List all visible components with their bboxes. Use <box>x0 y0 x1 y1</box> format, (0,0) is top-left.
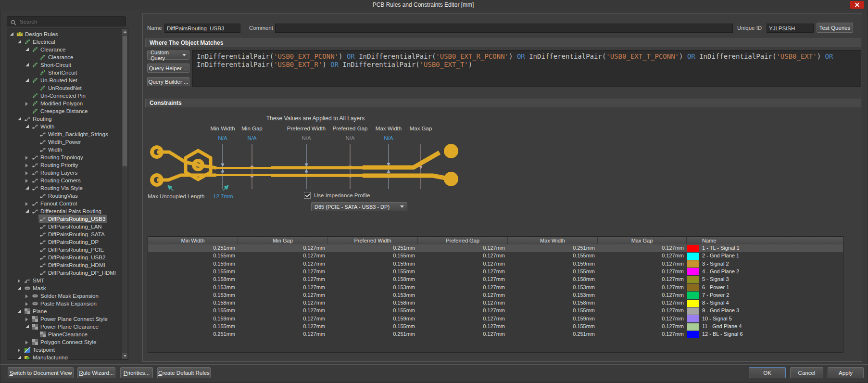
tree-item-routingvias[interactable]: RoutingVias <box>7 192 128 200</box>
tree-item-modified-polygon[interactable]: Modified Polygon <box>7 100 128 107</box>
expand-arrow[interactable] <box>25 179 28 183</box>
expand-arrow[interactable] <box>25 156 28 160</box>
expand-arrow[interactable] <box>25 294 28 298</box>
tree-item-plane[interactable]: Plane <box>7 307 128 315</box>
tree-item-diffpairsrouting-lan[interactable]: DiffPairsRouting_LAN <box>7 223 128 230</box>
max-uncoupled-length-value[interactable]: 12.7mm <box>213 193 233 199</box>
query-helper-button[interactable]: Query Helper ... <box>147 64 189 73</box>
table-row[interactable]: 0.159mm0.127mm0.159mm0.127mm0.159mm0.127… <box>148 315 843 323</box>
tree-item-design-rules[interactable]: Design Rules <box>7 30 128 38</box>
tree-item-routing-layers[interactable]: Routing Layers <box>7 169 128 177</box>
expand-arrow[interactable] <box>18 356 21 359</box>
expand-arrow[interactable] <box>25 164 28 167</box>
expand-arrow[interactable] <box>18 286 21 290</box>
rule-wizard-button[interactable]: Rule Wizard... <box>77 367 115 378</box>
expand-arrow[interactable] <box>10 32 13 36</box>
tree-item-mask[interactable]: Mask <box>7 284 128 292</box>
switch-to-document-view-button[interactable]: Switch to Document View <box>8 367 74 378</box>
tree-item-width[interactable]: Width <box>7 146 128 153</box>
tree-item-diffpairsrouting-sata[interactable]: DiffPairsRouting_SATA <box>7 230 128 238</box>
expand-arrow[interactable] <box>25 325 29 328</box>
expand-arrow[interactable] <box>25 318 28 321</box>
tree-item-polygon-connect-style[interactable]: Polygon Connect Style <box>7 338 128 346</box>
table-row[interactable]: 0.155mm0.127mm0.155mm0.127mm0.155mm0.127… <box>148 323 843 331</box>
expand-arrow[interactable] <box>18 40 21 43</box>
column-header-max-gap[interactable]: Max Gap <box>598 237 687 244</box>
tree-scrollbar[interactable] <box>122 29 127 359</box>
expand-arrow[interactable] <box>25 102 28 106</box>
column-header-name[interactable]: Name <box>687 237 843 244</box>
tree-item-testpoint[interactable]: Testpoint <box>7 346 128 354</box>
dimension-value[interactable]: N/A <box>302 135 311 141</box>
tree-item-diffpairsrouting-pcie[interactable]: DiffPairsRouting_PCIE <box>7 246 128 254</box>
tree-item-diffpairsrouting-usb3[interactable]: DiffPairsRouting_USB3 <box>7 215 128 223</box>
tree-item-paste-mask-expansion[interactable]: Paste Mask Expansion <box>7 300 128 307</box>
expand-arrow[interactable] <box>25 48 29 51</box>
tree-item-differential-pairs-routing[interactable]: Differential Pairs Routing <box>7 207 128 215</box>
tree-item-diffpairsrouting-dp-hdmi[interactable]: DiffPairsRouting_DP_HDMI <box>7 269 128 277</box>
tree-item-clearance[interactable]: Clearance <box>7 53 128 61</box>
expand-arrow[interactable] <box>25 171 28 175</box>
tree-item-routing-corners[interactable]: Routing Corners <box>7 177 128 184</box>
tree-item-diffpairsrouting-dp[interactable]: DiffPairsRouting_DP <box>7 238 128 246</box>
dimension-value[interactable]: N/A <box>384 135 393 141</box>
tree-item-routing-priority[interactable]: Routing Priority <box>7 161 128 169</box>
use-impedance-profile-checkbox[interactable] <box>304 192 311 199</box>
dimension-value[interactable]: N/A <box>218 135 227 141</box>
tree-item-smt[interactable]: SMT <box>7 277 128 284</box>
search-input[interactable] <box>19 18 117 25</box>
tree-item-un-routed-net[interactable]: Un-Routed Net <box>7 77 128 84</box>
tree-item-solder-mask-expansion[interactable]: Solder Mask Expansion <box>7 292 128 300</box>
tree-item-width[interactable]: Width <box>7 123 128 130</box>
expand-arrow[interactable] <box>25 341 28 345</box>
expand-arrow[interactable] <box>18 348 20 352</box>
cancel-button[interactable]: Cancel <box>790 367 823 378</box>
tree-item-electrical[interactable]: Electrical <box>7 38 128 46</box>
tree-item-short-circuit[interactable]: Short-Circuit <box>7 61 128 69</box>
expand-arrow[interactable] <box>25 78 29 82</box>
test-queries-button[interactable]: Test Queries <box>817 23 853 33</box>
scroll-down-icon[interactable] <box>122 353 127 359</box>
apply-button[interactable]: Apply <box>828 367 864 378</box>
tree-item-unroutednet[interactable]: UnRoutedNet <box>7 84 128 92</box>
table-row[interactable]: 0.155mm0.127mm0.155mm0.127mm0.155mm0.127… <box>148 252 843 260</box>
tree-item-diffpairsrouting-usb2[interactable]: DiffPairsRouting_USB2 <box>7 254 128 261</box>
table-row[interactable]: 0.159mm0.127mm0.159mm0.127mm0.159mm0.127… <box>148 260 843 268</box>
table-row[interactable]: 0.251mm0.127mm0.251mm0.127mm0.251mm0.127… <box>148 331 843 338</box>
tree-item-shortcircuit[interactable]: ShortCircuit <box>7 69 128 77</box>
tree-item-power-plane-connect-style[interactable]: Power Plane Connect Style <box>7 315 128 323</box>
tree-item-routing[interactable]: Routing <box>7 115 128 123</box>
query-type-dropdown[interactable]: Custom Query <box>147 51 189 60</box>
table-row[interactable]: 0.158mm0.127mm0.158mm0.127mm0.158mm0.127… <box>148 299 843 307</box>
tree-item-width-power[interactable]: Width_Power <box>7 138 128 146</box>
comment-input[interactable] <box>275 24 733 33</box>
column-header-preferred-gap[interactable]: Preferred Gap <box>418 237 508 244</box>
expand-arrow[interactable] <box>18 117 21 120</box>
tree-item-fanout-control[interactable]: Fanout Control <box>7 200 128 207</box>
tree-item-diffpairsrouting-hdmi[interactable]: DiffPairsRouting_HDMI <box>7 261 128 269</box>
table-row[interactable]: 0.155mm0.127mm0.155mm0.127mm0.155mm0.127… <box>148 268 843 276</box>
expand-arrow[interactable] <box>25 186 29 190</box>
tree-item-routing-via-style[interactable]: Routing Via Style <box>7 184 128 192</box>
expand-arrow[interactable] <box>25 302 28 306</box>
unique-id-input[interactable] <box>767 24 814 33</box>
priorities-button[interactable]: Priorities... <box>120 367 153 378</box>
expand-arrow[interactable] <box>18 309 21 313</box>
dimension-value[interactable]: N/A <box>247 135 256 141</box>
expand-arrow[interactable] <box>25 209 29 213</box>
column-header-min-gap[interactable]: Min Gap <box>238 237 328 244</box>
close-icon[interactable] <box>850 1 864 9</box>
tree-item-un-connected-pin[interactable]: Un-Connected Pin <box>7 92 128 100</box>
tree-item-manufacturing[interactable]: Manufacturing <box>7 354 128 360</box>
expand-arrow[interactable] <box>25 202 28 206</box>
query-expression-editor[interactable]: InDifferentialPair('USB0_EXT_PCONN') OR … <box>192 50 861 87</box>
tree-item-creepage-distance[interactable]: Creepage Distance <box>7 107 128 115</box>
tree-item-power-plane-clearance[interactable]: Power Plane Clearance <box>7 323 128 331</box>
search-input-container[interactable] <box>7 16 126 26</box>
expand-arrow[interactable] <box>25 63 29 66</box>
column-header-preferred-width[interactable]: Preferred Width <box>328 237 418 244</box>
rule-name-input[interactable] <box>164 24 240 33</box>
scroll-up-icon[interactable] <box>122 29 127 35</box>
table-row[interactable]: 0.153mm0.127mm0.153mm0.127mm0.153mm0.127… <box>148 292 843 299</box>
tree-item-clearance[interactable]: Clearance <box>7 46 128 53</box>
